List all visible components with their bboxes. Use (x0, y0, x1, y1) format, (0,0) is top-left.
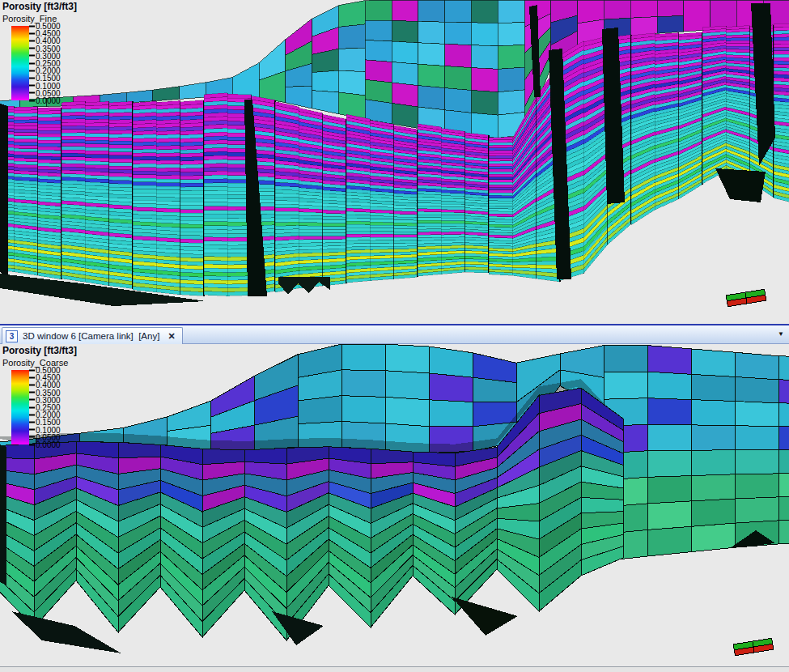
tab-close-icon[interactable]: ✕ (168, 331, 175, 342)
tab-title: 3D window 6 [Camera link] [Any] (23, 331, 159, 341)
tab-3d-window-6[interactable]: 3 3D window 6 [Camera link] [Any] ✕ (2, 327, 183, 344)
coarse-model-3d-scene[interactable] (0, 344, 789, 666)
window-bottom-edge (0, 666, 789, 672)
window-number-icon: 3 (6, 330, 18, 342)
tab-list-dropdown-icon[interactable]: ▼ (778, 330, 784, 338)
viewport-3d-coarse[interactable]: Porosity [ft3/ft3] Porosity_Coarse 0.500… (0, 344, 789, 672)
window-tab-bar: 3 3D window 6 [Camera link] [Any] ✕ ▼ (0, 325, 789, 344)
fine-model-3d-scene[interactable] (0, 0, 789, 324)
viewport-3d-fine[interactable]: Porosity [ft3/ft3] Porosity_Fine 0.50000… (0, 0, 789, 325)
application-window: Porosity [ft3/ft3] Porosity_Fine 0.50000… (0, 0, 789, 672)
